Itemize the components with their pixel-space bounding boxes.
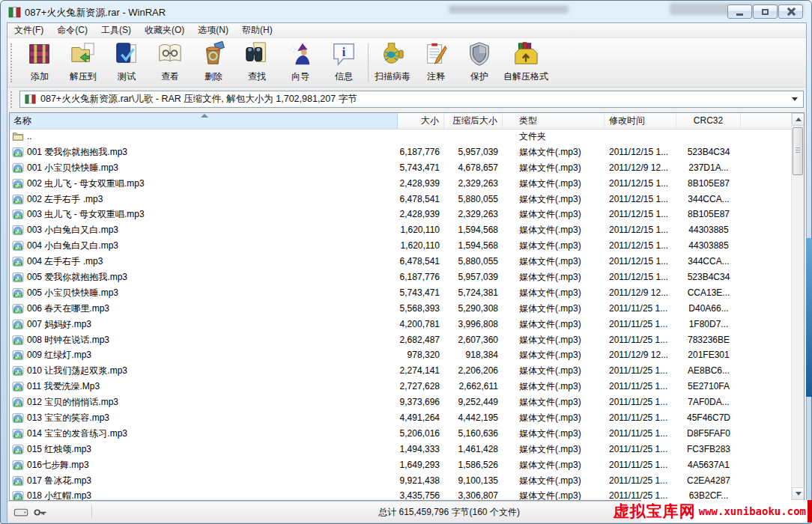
- svg-text:MP3: MP3: [15, 326, 20, 329]
- svg-text:MP3: MP3: [15, 498, 20, 500]
- censor-smudge: [449, 5, 569, 13]
- file-row[interactable]: MP3006 春天在哪里.mp35,568,3935,290,308媒体文件(.…: [10, 301, 791, 317]
- toolbar-button-extract-to[interactable]: 解压到: [61, 40, 105, 85]
- file-row[interactable]: MP3010 让我们荡起双浆.mp32,274,1412,206,206媒体文件…: [10, 363, 791, 379]
- toolbar-grip[interactable]: [10, 43, 14, 82]
- close-button[interactable]: [778, 4, 803, 19]
- svg-text:MP3: MP3: [15, 247, 20, 250]
- toolbar-button-wizard[interactable]: 向导: [279, 40, 322, 85]
- toolbar-button-scan-virus[interactable]: 扫描病毒: [371, 40, 414, 85]
- toolbar-button-delete[interactable]: 删除: [192, 40, 235, 85]
- menu-commands[interactable]: 命令(C): [50, 23, 94, 37]
- svg-text:MP3: MP3: [15, 310, 20, 313]
- file-row[interactable]: MP3008 时钟在说话.mp32,682,4872,607,360媒体文件(.…: [10, 332, 791, 348]
- file-row[interactable]: MP3002 虫儿飞 - 母女双重唱.mp32,428,9392,329,263…: [10, 176, 791, 192]
- minimize-button[interactable]: [727, 4, 752, 19]
- file-name-text: 017 鲁冰花.mp3: [27, 473, 91, 489]
- parent-folder-row[interactable]: ..文件夹: [10, 129, 791, 144]
- mp3-file-icon: MP3: [12, 397, 24, 408]
- svg-text:MP3: MP3: [15, 185, 20, 188]
- menu-options[interactable]: 选项(N): [191, 23, 235, 37]
- file-name-cell: MP3014 宝宝的发音练习.mp3: [10, 426, 398, 442]
- file-crc-cell: 4A5637A1: [676, 457, 741, 473]
- file-name-cell: MP3012 宝贝的悄悄话.mp3: [10, 394, 398, 410]
- winrar-window: 087+火火兔新资源.rar - WinRAR 文件(F) 命令(C) 工具(S…: [0, 0, 812, 524]
- file-packed-cell: 1,586,526: [444, 457, 503, 473]
- toolbar-button-label: 解压到: [70, 70, 97, 83]
- svg-text:MP3: MP3: [15, 482, 20, 485]
- file-row[interactable]: MP3011 我爱洗澡.Mp32,727,6282,662,611媒体文件(.m…: [10, 379, 791, 394]
- column-header-size[interactable]: 大小: [398, 113, 444, 129]
- toolbar-button-view[interactable]: 查看: [148, 40, 192, 85]
- scrollbar-thumb[interactable]: [793, 127, 803, 175]
- toolbar-button-comment[interactable]: 注释: [414, 40, 458, 85]
- file-row[interactable]: MP3003 小白兔白又白.mp31,620,1101,594,568媒体文件(…: [10, 222, 791, 238]
- file-modified-cell: 2011/12/15 1...: [605, 176, 676, 192]
- file-type-cell: 媒体文件(.mp3): [503, 426, 605, 442]
- file-row[interactable]: MP3012 宝贝的悄悄话.mp39,373,6969,252,449媒体文件(…: [10, 394, 791, 410]
- file-row[interactable]: MP3014 宝宝的发音练习.mp35,206,0165,160,636媒体文件…: [10, 426, 791, 442]
- file-row[interactable]: MP3016七步舞.mp31,649,2931,586,526媒体文件(.mp3…: [10, 457, 791, 473]
- toolbar-button-find[interactable]: 查找: [235, 40, 279, 85]
- file-name-text: 007 妈妈好.mp3: [27, 317, 91, 332]
- file-name-cell: MP3017 鲁冰花.mp3: [10, 473, 398, 489]
- drive-icon[interactable]: [13, 508, 28, 517]
- file-row[interactable]: MP3004 小白兔白又白.mp31,620,1101,594,568媒体文件(…: [10, 238, 791, 254]
- titlebar[interactable]: 087+火火兔新资源.rar - WinRAR: [8, 4, 721, 21]
- file-type-cell: 媒体文件(.mp3): [503, 285, 605, 301]
- file-row[interactable]: MP3005 小宝贝快快睡.mp35,743,4715,724,381媒体文件(…: [10, 285, 791, 301]
- file-crc-cell: 237D1A...: [676, 160, 741, 176]
- column-header-name[interactable]: 名称: [10, 113, 398, 129]
- maximize-button[interactable]: [753, 4, 778, 19]
- file-row[interactable]: MP3002 左手右手 .mp36,478,5415,880,055媒体文件(.…: [10, 192, 791, 207]
- file-name-text: 004 左手右手 .mp3: [27, 254, 103, 269]
- file-name-text: 004 小白兔白又白.mp3: [27, 238, 118, 254]
- file-type-cell: 媒体文件(.mp3): [503, 301, 605, 317]
- add-icon: [26, 41, 53, 70]
- file-packed-cell: 2,329,263: [444, 207, 503, 222]
- file-row[interactable]: MP3007 妈妈好.mp34,200,7813,996,808媒体文件(.mp…: [10, 317, 791, 332]
- scroll-up-button[interactable]: [792, 113, 805, 126]
- address-bar-grip[interactable]: [10, 91, 14, 108]
- file-row[interactable]: MP3005 爱我你就抱抱我.mp36,187,7765,957,039媒体文件…: [10, 269, 791, 285]
- file-row[interactable]: MP3017 鲁冰花.mp39,921,4389,100,135媒体文件(.mp…: [10, 473, 791, 489]
- key-icon[interactable]: [33, 508, 48, 517]
- menu-tools[interactable]: 工具(S): [94, 23, 138, 37]
- file-modified-cell: 2011/11/25 1...: [605, 332, 676, 348]
- column-header-modified[interactable]: 修改时间: [605, 113, 676, 129]
- file-row[interactable]: MP3015 红烛颂.mp31,494,3331,461,428媒体文件(.mp…: [10, 442, 791, 457]
- toolbar-button-protect[interactable]: 保护: [458, 40, 501, 85]
- file-row[interactable]: MP3001 小宝贝快快睡.mp35,743,4714,678,657媒体文件(…: [10, 160, 791, 176]
- vertical-scrollbar[interactable]: [791, 113, 804, 500]
- file-name-cell: MP3009 红绿灯.mp3: [10, 347, 398, 363]
- file-row[interactable]: MP3004 左手右手 .mp36,478,5415,880,055媒体文件(.…: [10, 254, 791, 269]
- file-row[interactable]: MP3013 宝宝的笑容.mp34,491,2644,442,195媒体文件(.…: [10, 410, 791, 426]
- address-combo[interactable]: 087+火火兔新资源.rar\儿歌 - RAR 压缩文件, 解包大小为 1,70…: [19, 91, 804, 108]
- file-crc-cell: AE8BC6...: [676, 363, 741, 379]
- file-name-text: 013 宝宝的笑容.mp3: [27, 410, 109, 426]
- toolbar-button-sfx[interactable]: 自解压格式: [501, 40, 551, 85]
- file-row[interactable]: MP3003 虫儿飞 - 母女双重唱.mp32,428,9392,329,263…: [10, 207, 791, 222]
- file-crc-cell: 5E2710FA: [676, 379, 741, 394]
- menu-help[interactable]: 帮助(H): [235, 23, 279, 37]
- menu-favorites[interactable]: 收藏夹(O): [138, 23, 191, 37]
- file-row[interactable]: MP3009 红绿灯.mp3978,320918,384媒体文件(.mp3)20…: [10, 347, 791, 363]
- menu-file[interactable]: 文件(F): [7, 23, 50, 37]
- column-header-crc32[interactable]: CRC32: [676, 113, 741, 129]
- file-packed-cell: 5,957,039: [444, 144, 503, 160]
- mp3-file-icon: MP3: [12, 240, 24, 252]
- address-dropdown-button[interactable]: [788, 93, 802, 106]
- file-row[interactable]: MP3018 小红帽.mp33,435,7563,306,807媒体文件(.mp…: [10, 488, 791, 500]
- chevron-down-icon: [792, 97, 798, 101]
- toolbar-button-add[interactable]: 添加: [18, 40, 61, 85]
- file-row[interactable]: MP3001 爱我你就抱抱我.mp36,187,7765,957,039媒体文件…: [10, 144, 791, 160]
- svg-text:MP3: MP3: [15, 231, 20, 234]
- column-header-type[interactable]: 类型: [503, 113, 605, 129]
- column-header-packed[interactable]: 压缩后大小: [444, 113, 503, 129]
- scroll-down-button[interactable]: [792, 487, 805, 500]
- mp3-file-icon: MP3: [12, 209, 24, 220]
- file-name-cell: MP3004 小白兔白又白.mp3: [10, 238, 398, 254]
- toolbar-button-label: 查找: [248, 70, 266, 83]
- toolbar-button-test[interactable]: 测试: [105, 40, 148, 85]
- toolbar-button-info[interactable]: i信息: [322, 40, 366, 85]
